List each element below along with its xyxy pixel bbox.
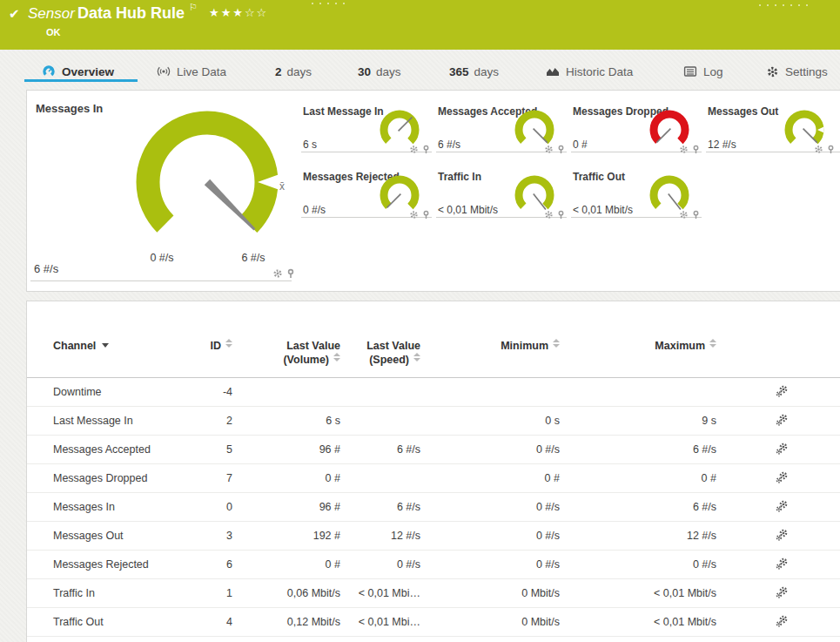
last-value-volume: 192 # (232, 522, 340, 551)
col-header-minimum[interactable]: Minimum (420, 301, 560, 378)
channel-settings-icon[interactable] (776, 615, 788, 627)
tab-365-days[interactable]: 365 days (449, 62, 499, 81)
minimum-value: 0 #/s (420, 522, 560, 551)
col-header-id[interactable]: ID (198, 301, 232, 378)
status-check-icon: ✔ (9, 6, 20, 22)
tab-2-days[interactable]: 2 days (275, 62, 312, 81)
primary-gauge (124, 99, 290, 265)
minimum-value: 0 s (420, 407, 560, 436)
maximum-value: 6 #/s (560, 493, 716, 522)
col-label: Last Value (286, 340, 340, 352)
col-header-actions (716, 301, 840, 378)
channel-name: Traffic Out (27, 608, 198, 637)
channel-settings-icon[interactable] (776, 529, 788, 541)
minimum-value: 0 #/s (420, 436, 560, 464)
channel-settings-icon[interactable] (776, 586, 788, 598)
sensor-status-badge: OK (46, 27, 61, 37)
area-chart-icon (546, 64, 560, 78)
drag-dots (312, 3, 351, 4)
minimum-value: 0 #/s (420, 551, 560, 579)
table-row[interactable]: Messages Accepted 5 96 # 6 #/s 0 #/s 6 #… (27, 436, 840, 464)
maximum-value: 9 s (560, 407, 716, 436)
table-row[interactable]: Messages In 0 96 # 6 #/s 0 #/s 6 #/s (27, 493, 840, 522)
sort-arrows-icon (553, 339, 560, 348)
pin-icon[interactable] (556, 210, 566, 220)
sensor-title: Data Hub Rule (77, 4, 185, 23)
table-row[interactable]: Traffic In 1 0,06 Mbit/s < 0,01 Mbi… 0 M… (27, 579, 840, 608)
gear-icon[interactable] (272, 268, 283, 279)
minimum-value: 0 #/s (420, 493, 560, 522)
channel-id: 1 (198, 579, 232, 608)
pin-icon[interactable] (826, 145, 836, 154)
channel-id: 0 (198, 493, 232, 522)
channel-settings-icon[interactable] (776, 558, 788, 570)
last-value-speed (340, 407, 420, 436)
channel-table-panel: Channel ID Last Value (Volume) Last Valu… (26, 301, 840, 642)
col-header-last-value-volume[interactable]: Last Value (Volume) (232, 301, 340, 378)
col-header-maximum[interactable]: Maximum (560, 301, 716, 378)
tab-historic-data[interactable]: Historic Data (546, 62, 633, 81)
gauge-cell-messages-dropped: Messages Dropped 0 # (571, 98, 703, 159)
gear-icon[interactable] (544, 145, 554, 154)
tab-30-days[interactable]: 30 days (358, 62, 401, 81)
pin-icon[interactable] (286, 268, 296, 279)
channel-name: Messages Dropped (27, 464, 198, 493)
gauge-value: 0 #/s (303, 204, 326, 216)
gauge-value: < 0,01 Mbit/s (573, 204, 633, 216)
gear-icon[interactable] (544, 210, 554, 220)
last-value-speed: 6 #/s (340, 493, 420, 522)
channel-settings-icon[interactable] (776, 500, 788, 512)
gear-icon[interactable] (814, 145, 823, 154)
last-value-speed: < 0,01 Mbi… (340, 608, 420, 637)
table-row[interactable]: Last Message In 2 6 s 0 s 9 s (27, 407, 840, 436)
pin-icon[interactable] (691, 210, 701, 220)
gear-icon[interactable] (409, 145, 419, 154)
tab-overview[interactable]: Overview (42, 62, 114, 81)
minimum-value: 0 Mbit/s (420, 579, 560, 608)
table-row[interactable]: Messages Dropped 7 0 # 0 # 0 # (27, 464, 840, 493)
pin-icon[interactable] (691, 145, 701, 154)
tab-live-data[interactable]: Live Data (157, 62, 226, 81)
priority-flag-icon[interactable]: ⚐ (189, 2, 198, 13)
last-value-volume: 6 s (232, 407, 340, 436)
pin-icon[interactable] (421, 145, 431, 154)
channel-id: 2 (198, 407, 232, 436)
priority-stars[interactable]: ★★★☆☆ (209, 6, 268, 19)
tab-settings[interactable]: Settings (766, 62, 828, 81)
channel-settings-icon[interactable] (776, 385, 788, 397)
channel-settings-icon[interactable] (776, 414, 788, 426)
gauge-title: Messages Out (708, 105, 778, 118)
col-label: (Speed) (369, 354, 409, 366)
gauge-value: 6 #/s (438, 139, 460, 151)
pin-icon[interactable] (556, 145, 566, 154)
channel-settings-icon[interactable] (776, 443, 788, 455)
col-label: Last Value (366, 340, 420, 352)
channel-settings-icon[interactable] (776, 471, 788, 483)
table-row[interactable]: Downtime -4 (27, 378, 840, 407)
table-row[interactable]: Traffic Out 4 0,12 Mbit/s < 0,01 Mbi… 0 … (27, 608, 840, 637)
tab-label: days (287, 65, 312, 78)
minimum-value (420, 378, 560, 407)
tab-log[interactable]: Log (683, 62, 723, 81)
col-header-last-value-speed[interactable]: Last Value (Speed) (340, 301, 420, 378)
last-value-speed (340, 378, 420, 407)
gear-icon[interactable] (409, 210, 419, 220)
gauge-cell-messages-out: Messages Out 12 #/s (706, 98, 840, 159)
col-header-channel[interactable]: Channel (27, 301, 198, 378)
last-value-volume: 0 # (232, 464, 340, 493)
pin-icon[interactable] (421, 210, 431, 220)
gauge-value: 6 s (303, 139, 317, 151)
last-value-volume: 96 # (232, 493, 340, 522)
table-row[interactable]: Messages Rejected 6 0 # 0 #/s 0 #/s 0 #/… (27, 551, 840, 579)
col-label: (Volume) (283, 354, 329, 366)
last-value-speed: 12 #/s (340, 522, 420, 551)
gauge-title: Traffic Out (573, 171, 625, 183)
gauge-title: Last Message In (303, 105, 384, 118)
tab-label: Live Data (177, 65, 226, 78)
gauge-cell-traffic-out: Traffic Out < 0,01 Mbit/s (571, 163, 703, 224)
gear-icon[interactable] (679, 210, 689, 220)
maximum-value: 0 #/s (560, 551, 716, 579)
gauge-cell-traffic-in: Traffic In < 0,01 Mbit/s (436, 163, 568, 224)
gear-icon[interactable] (679, 145, 689, 154)
table-row[interactable]: Messages Out 3 192 # 12 #/s 0 #/s 12 #/s (27, 522, 840, 551)
